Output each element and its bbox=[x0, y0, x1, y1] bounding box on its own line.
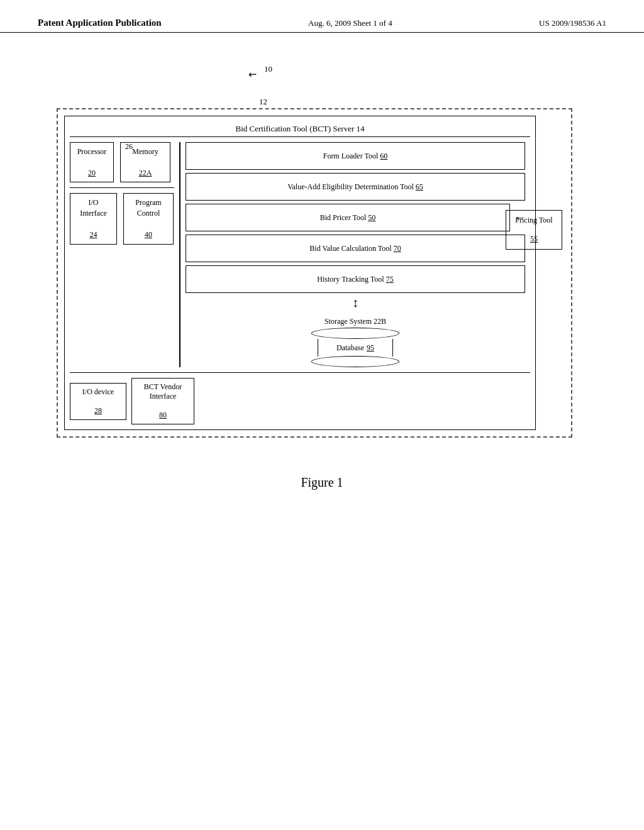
header-right: US 2009/198536 A1 bbox=[539, 18, 606, 28]
ref-12-label: 12 bbox=[259, 97, 267, 107]
storage-label: Storage System 22B bbox=[325, 317, 386, 326]
outer-dashed-box: 12 Bid Certification Tool (BCT) Server 1… bbox=[57, 108, 572, 438]
processor-box: Processor 20 bbox=[70, 142, 114, 182]
main-content: 10 ↗ 12 Bid Certification Tool (BCT) Ser… bbox=[0, 33, 644, 509]
io-interface-box: I/O Interface 24 bbox=[70, 193, 117, 244]
tool-history: History Tracking Tool 75 bbox=[186, 265, 525, 293]
figure-caption: Figure 1 bbox=[38, 475, 606, 490]
ref-26-label: 26 bbox=[125, 142, 175, 152]
ref-10-arrow: ↗ bbox=[245, 68, 259, 82]
page-header: Patent Application Publication Aug. 6, 2… bbox=[0, 0, 644, 33]
figure-area: 10 ↗ 12 Bid Certification Tool (BCT) Ser… bbox=[38, 64, 606, 490]
header-center: Aug. 6, 2009 Sheet 1 of 4 bbox=[308, 18, 392, 28]
tools-column: Form Loader Tool 60 Value-Add Eligibilit… bbox=[180, 142, 530, 367]
program-control-box: Program Control 40 bbox=[123, 193, 174, 244]
bct-server-title: Bid Certification Tool (BCT) Server 14 bbox=[70, 121, 530, 137]
ref-10-label: 10 bbox=[264, 64, 272, 74]
database-cylinder: Database 95 bbox=[311, 328, 399, 367]
tool-form-loader: Form Loader Tool 60 bbox=[186, 142, 525, 170]
tool-bid-value: Bid Value Calculation Tool 70 bbox=[186, 235, 525, 262]
down-arrow-icon: ↕ bbox=[186, 296, 525, 309]
tool-bid-pricer: Bid Pricer Tool 50 bbox=[186, 204, 510, 231]
bct-vendor-box: BCT Vendor Interface 80 bbox=[131, 378, 194, 424]
storage-area: Storage System 22B Database 95 bbox=[186, 317, 525, 367]
tool-value-add: Value-Add Eligibility Determination Tool… bbox=[186, 173, 525, 201]
bct-server-box: Bid Certification Tool (BCT) Server 14 2… bbox=[64, 116, 536, 430]
bottom-row: I/O device 28 BCT Vendor Interface 80 bbox=[70, 372, 530, 424]
io-device-box: I/O device 28 bbox=[70, 383, 126, 420]
pricing-tool-box: Pricing Tool 55 bbox=[506, 210, 562, 250]
header-left: Patent Application Publication bbox=[38, 18, 162, 28]
